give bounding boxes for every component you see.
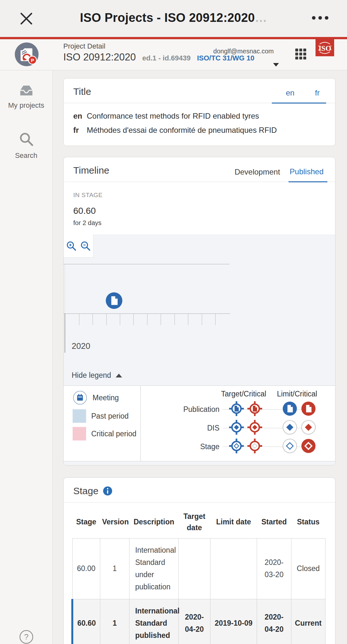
stage-critical-limit-icon: [301, 439, 316, 455]
stage-card-heading: Stage: [73, 485, 98, 496]
sidebar: My projects Search ? Version API 2.8.8: [0, 70, 53, 644]
publication-marker-icon[interactable]: [105, 292, 123, 311]
timeline-lane-line: [64, 264, 229, 264]
dis-target-icon: [229, 420, 244, 436]
svg-text:ISO: ISO: [318, 44, 331, 52]
user-menu-caret-icon[interactable]: [273, 63, 279, 67]
timeline-card-heading: Timeline: [64, 157, 109, 182]
in-stage-label: IN STAGE: [73, 192, 325, 199]
legend-meeting: Meeting: [73, 390, 140, 405]
page-eyebrow: Project Detail: [63, 42, 105, 50]
legend-row-publication: Publication: [141, 400, 335, 419]
tab-development[interactable]: Development: [235, 168, 280, 182]
project-reference: ISO 20912:2020: [63, 51, 136, 63]
table-row-stage-6000: 60.00 1 International Standard under pub…: [72, 539, 325, 599]
publication-critical-target-icon: [247, 401, 262, 418]
timeline-chart: 2020 Hide legend: [64, 234, 335, 385]
year-boundary-tick: [65, 313, 65, 353]
chevron-up-icon: [116, 374, 122, 377]
top-bar: ISO Projects - ISO 20912:2020…: [0, 0, 347, 37]
title-text-en: Conformance test methods for RFID enable…: [87, 109, 259, 123]
stage-limit-icon: [282, 439, 297, 455]
past-period-swatch: [73, 409, 86, 423]
publication-critical-limit-icon: [301, 401, 316, 417]
edition-id: ed.1 - id.69439: [142, 54, 191, 62]
dis-critical-target-icon: [247, 420, 262, 436]
legend-critical-period: Critical period: [73, 427, 140, 440]
tab-published[interactable]: Published: [289, 167, 327, 182]
title-row-en: en Conformance test methods for RFID ena…: [73, 109, 325, 123]
tab-en[interactable]: en: [286, 88, 295, 97]
hide-legend-toggle[interactable]: Hide legend: [72, 371, 122, 380]
stage-critical-target-icon: [247, 438, 262, 455]
title-text-fr: Méthodes d'essai de conformité de pneuma…: [87, 123, 277, 137]
legend-row-stage: Stage: [141, 437, 335, 456]
legend-row-dis: DIS: [141, 419, 335, 437]
iso-logo[interactable]: ISO: [316, 39, 334, 56]
main-content: Title en fr en Conformance test methods …: [53, 70, 347, 644]
zoom-in-icon[interactable]: [66, 240, 77, 251]
svg-text:P: P: [31, 58, 34, 63]
window-title: ISO Projects - ISO 20912:2020…: [0, 11, 347, 25]
stage-table: Stage Version Description Target date Li…: [71, 506, 325, 644]
committee-link[interactable]: ISO/TC 31/WG 10: [197, 54, 254, 62]
legend-col-limit: Limit/Critical: [277, 390, 317, 398]
info-icon[interactable]: [103, 486, 112, 496]
critical-period-swatch: [73, 427, 86, 440]
app-header: P Project Detail ISO 20912:2020 ed.1 - i…: [0, 39, 347, 70]
legend-col-target: Target/Critical: [221, 390, 266, 398]
sidebar-item-my-projects[interactable]: My projects: [0, 84, 52, 110]
zoom-out-icon[interactable]: [80, 240, 91, 251]
search-icon: [18, 131, 35, 148]
user-email[interactable]: donglf@mesnac.com: [213, 48, 274, 55]
title-card-heading: Title: [64, 78, 91, 103]
language-tabs: en fr: [272, 78, 326, 104]
more-options-icon[interactable]: [312, 16, 328, 20]
timeline-legend: Meeting Past period Critical period: [64, 385, 335, 461]
timeline-axis: [64, 313, 230, 314]
iso-projects-screen: ISO Projects - ISO 20912:2020… P Project…: [0, 0, 347, 644]
my-projects-tray-icon: [18, 84, 35, 97]
help-icon[interactable]: ?: [19, 630, 34, 644]
timeline-card: Timeline Development Published IN STAGE …: [63, 157, 335, 466]
title-card: Title en fr en Conformance test methods …: [63, 78, 335, 146]
stage-table-header: Stage Version Description Target date Li…: [72, 506, 325, 539]
app-grid-icon[interactable]: [295, 48, 307, 61]
stage-duration: for 2 days: [73, 219, 325, 227]
current-stage-code: 60.60: [73, 206, 325, 216]
dis-limit-icon: [282, 420, 297, 436]
stage-target-icon: [229, 438, 244, 455]
in-stage-block: IN STAGE 60.60 for 2 days: [64, 182, 335, 234]
sidebar-item-search[interactable]: Search: [0, 131, 52, 160]
svg-text:?: ?: [24, 632, 28, 641]
stage-card: Stage: [63, 477, 335, 644]
year-label: 2020: [72, 341, 90, 351]
publication-limit-icon: [282, 401, 297, 417]
title-row-fr: fr Méthodes d'essai de conformité de pne…: [73, 123, 325, 137]
legend-past-period: Past period: [73, 409, 140, 423]
table-row-stage-6060-current: 60.60 1 International Standard published…: [72, 599, 325, 644]
brand-accent-line: [0, 37, 347, 39]
dis-critical-limit-icon: [301, 420, 316, 436]
tab-fr[interactable]: fr: [315, 88, 320, 97]
iso-projects-app-icon[interactable]: P: [14, 42, 39, 68]
publication-target-icon: [229, 401, 244, 418]
meeting-icon: [73, 390, 87, 405]
